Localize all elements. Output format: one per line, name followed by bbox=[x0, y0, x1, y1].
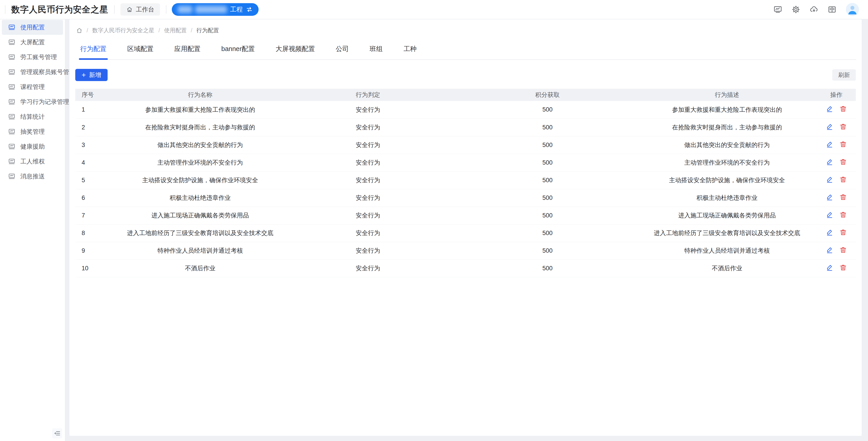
description-cell: 不酒后作业 bbox=[637, 260, 817, 277]
cloud-download-icon[interactable] bbox=[810, 5, 818, 14]
behavior-name-cell: 特种作业人员经培训并通过考核 bbox=[122, 242, 278, 260]
table-row: 4 主动管理作业环境的不安全行为 安全行为 500 主动管理作业环境的不安全行为 bbox=[75, 154, 856, 171]
screen-chart-icon bbox=[8, 173, 16, 180]
delete-button[interactable] bbox=[839, 211, 847, 218]
actions-cell bbox=[817, 224, 856, 242]
edit-pencil-icon bbox=[826, 105, 833, 112]
behavior-table: 序号 行为名称 行为判定 积分获取 行为描述 操作 1 参加重大救援和重大抢险工… bbox=[75, 89, 856, 277]
project-switcher-button[interactable]: 工程 bbox=[172, 3, 258, 16]
behavior-name-cell: 不酒后作业 bbox=[122, 260, 278, 277]
edit-button[interactable] bbox=[826, 141, 833, 148]
behavior-name-cell: 进入工地前经历了三级安全教育培训以及安全技术交底 bbox=[122, 224, 278, 242]
trash-icon bbox=[839, 123, 847, 130]
breadcrumb-item[interactable]: / 数字人民币行为安全之星 bbox=[83, 27, 154, 34]
edit-button[interactable] bbox=[826, 105, 833, 112]
row-index-cell: 6 bbox=[75, 189, 122, 207]
monitor-chart-icon[interactable] bbox=[774, 5, 782, 14]
tab[interactable]: 班组 bbox=[370, 44, 383, 59]
delete-button[interactable] bbox=[839, 105, 847, 112]
edit-button[interactable] bbox=[826, 246, 833, 253]
edit-button[interactable] bbox=[826, 123, 833, 130]
column-header-behavior-name: 行为名称 bbox=[122, 89, 278, 101]
tab[interactable]: banner配置 bbox=[221, 44, 255, 59]
user-avatar[interactable] bbox=[846, 3, 859, 16]
tab-label: 区域配置 bbox=[127, 45, 153, 53]
table-row: 1 参加重大救援和重大抢险工作表现突出的 安全行为 500 参加重大救援和重大抢… bbox=[75, 101, 856, 118]
behavior-name-cell: 主动搭设安全防护设施，确保作业环境安全 bbox=[122, 171, 278, 189]
sidebar-menu-item[interactable]: 学习行为记录管理 bbox=[2, 94, 63, 109]
edit-button[interactable] bbox=[826, 229, 833, 236]
sidebar-menu-item[interactable]: 健康援助 bbox=[2, 139, 63, 154]
delete-button[interactable] bbox=[839, 141, 847, 148]
sidebar-menu-item[interactable]: 工人维权 bbox=[2, 154, 63, 169]
description-cell: 在抢险救灾时挺身而出，主动参与救援的 bbox=[637, 118, 817, 136]
trash-icon bbox=[839, 211, 847, 218]
table-header: 序号 行为名称 行为判定 积分获取 行为描述 操作 bbox=[75, 89, 856, 101]
edit-button[interactable] bbox=[826, 264, 833, 271]
actions-cell bbox=[817, 171, 856, 189]
workspace-button-label: 工作台 bbox=[136, 5, 154, 13]
behavior-name-cell: 参加重大救援和重大抢险工作表现突出的 bbox=[122, 101, 278, 118]
sidebar-menu-item[interactable]: 管理观察员账号管理 bbox=[2, 65, 63, 79]
edit-button[interactable] bbox=[826, 194, 833, 201]
sidebar-menu-item[interactable]: 大屏配置 bbox=[2, 35, 63, 50]
delete-button[interactable] bbox=[839, 123, 847, 130]
table-row: 3 做出其他突出的安全贡献的行为 安全行为 500 做出其他突出的安全贡献的行为 bbox=[75, 136, 856, 154]
delete-button[interactable] bbox=[839, 194, 847, 201]
sidebar-item-label: 管理观察员账号管理 bbox=[20, 68, 75, 76]
tab[interactable]: 公司 bbox=[336, 44, 349, 59]
sidebar-menu-item[interactable]: 课程管理 bbox=[2, 79, 63, 94]
breadcrumb-item-label: 数字人民币行为安全之星 bbox=[92, 27, 154, 34]
trash-icon bbox=[839, 229, 847, 236]
breadcrumb-item[interactable]: / 使用配置 bbox=[154, 27, 187, 34]
settings-gear-icon[interactable] bbox=[792, 5, 800, 14]
row-index-cell: 4 bbox=[75, 154, 122, 171]
delete-button[interactable] bbox=[839, 229, 847, 236]
workspace-button[interactable]: 工作台 bbox=[121, 3, 160, 15]
breadcrumb-item[interactable]: / 行为配置 bbox=[187, 27, 219, 34]
row-index-cell: 9 bbox=[75, 242, 122, 260]
tab[interactable]: 大屏视频配置 bbox=[276, 44, 315, 59]
topbar-actions bbox=[774, 3, 868, 16]
breadcrumb-home-icon[interactable] bbox=[76, 27, 83, 34]
behavior-judge-cell: 安全行为 bbox=[278, 154, 458, 171]
sidebar-item-label: 抽奖管理 bbox=[20, 128, 45, 136]
behavior-judge-cell: 安全行为 bbox=[278, 136, 458, 154]
tab[interactable]: 区域配置 bbox=[127, 44, 153, 59]
actions-cell bbox=[817, 101, 856, 118]
refresh-button[interactable]: 刷新 bbox=[832, 69, 856, 80]
tab[interactable]: 工种 bbox=[403, 44, 416, 59]
behavior-judge-cell: 安全行为 bbox=[278, 189, 458, 207]
edit-button[interactable] bbox=[826, 211, 833, 218]
add-button[interactable]: + 新增 bbox=[75, 69, 107, 81]
delete-button[interactable] bbox=[839, 158, 847, 166]
sidebar-menu-item[interactable]: 劳工账号管理 bbox=[2, 50, 63, 65]
edit-pencil-icon bbox=[826, 141, 833, 148]
screen-chart-icon bbox=[8, 143, 16, 150]
edit-pencil-icon bbox=[826, 176, 833, 183]
sidebar-menu-item[interactable]: 消息推送 bbox=[2, 169, 63, 184]
breadcrumb-separator: / bbox=[87, 27, 88, 34]
delete-button[interactable] bbox=[839, 246, 847, 253]
delete-button[interactable] bbox=[839, 264, 847, 271]
docs-book-icon[interactable] bbox=[828, 5, 836, 14]
breadcrumb: / 数字人民币行为安全之星 / 使用配置 / 行为配置 bbox=[69, 20, 862, 34]
trash-icon bbox=[839, 264, 847, 271]
edit-button[interactable] bbox=[826, 158, 833, 166]
description-cell: 进入施工现场正确佩戴各类劳保用品 bbox=[637, 207, 817, 224]
tab[interactable]: 行为配置 bbox=[80, 44, 106, 59]
home-icon bbox=[126, 6, 133, 13]
tab-label: 工种 bbox=[403, 45, 416, 53]
sidebar-collapse-button[interactable] bbox=[52, 428, 62, 438]
divider bbox=[166, 5, 166, 14]
project-name-suffix: 工程 bbox=[230, 5, 243, 14]
edit-pencil-icon bbox=[826, 229, 833, 236]
tab[interactable]: 应用配置 bbox=[174, 44, 200, 59]
sidebar-menu-item[interactable]: 结算统计 bbox=[2, 109, 63, 124]
edit-button[interactable] bbox=[826, 176, 833, 183]
sidebar-menu-item[interactable]: 抽奖管理 bbox=[2, 124, 63, 139]
main-content: / 数字人民币行为安全之星 / 使用配置 / 行为配置 行为配置 区域配置 应用… bbox=[69, 20, 862, 436]
delete-button[interactable] bbox=[839, 176, 847, 183]
sidebar-menu-item[interactable]: 使用配置 bbox=[2, 20, 63, 35]
row-index-cell: 2 bbox=[75, 118, 122, 136]
